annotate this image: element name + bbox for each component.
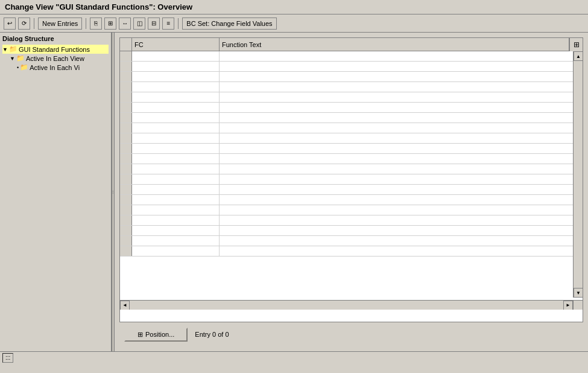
- sidebar-title: Dialog Structure: [2, 35, 109, 42]
- cell-fc[interactable]: [132, 154, 220, 164]
- cell-func-text[interactable]: [220, 154, 583, 164]
- cell-fc[interactable]: [132, 123, 220, 133]
- cell-fc[interactable]: [132, 72, 220, 81]
- scroll-down-btn[interactable]: ▼: [574, 288, 583, 298]
- table-row[interactable]: [120, 72, 583, 82]
- table-row[interactable]: [120, 215, 583, 226]
- position-icon: ⊞: [138, 331, 143, 339]
- bottom-bar: ⊞ Position... Entry 0 of 0: [119, 322, 583, 346]
- folder-icon-child1: 📁: [16, 54, 25, 62]
- tree-label-child2: Active In Each Vi: [30, 64, 80, 71]
- cell-rownum: [120, 174, 132, 184]
- table-row[interactable]: [120, 123, 583, 133]
- cell-func-text[interactable]: [220, 236, 583, 246]
- main-content: Dialog Structure ▼ 📁 GUI Standard Functi…: [0, 33, 588, 351]
- cell-rownum: [120, 62, 132, 71]
- table-row[interactable]: [120, 51, 583, 62]
- cell-fc[interactable]: [132, 226, 220, 235]
- cell-fc[interactable]: [132, 113, 220, 123]
- table-row[interactable]: [120, 144, 583, 154]
- cell-fc[interactable]: [132, 133, 220, 143]
- table-row[interactable]: [120, 195, 583, 205]
- new-entries-btn[interactable]: New Entries: [38, 18, 82, 30]
- table-row[interactable]: [120, 113, 583, 123]
- table-row[interactable]: [120, 164, 583, 174]
- cell-fc[interactable]: [132, 236, 220, 246]
- nav-btn[interactable]: ↔: [119, 18, 131, 30]
- table-row[interactable]: [120, 154, 583, 164]
- cell-fc[interactable]: [132, 174, 220, 184]
- cell-fc[interactable]: [132, 103, 220, 112]
- cell-func-text[interactable]: [220, 123, 583, 133]
- cell-fc[interactable]: [132, 62, 220, 71]
- table-settings-btn[interactable]: ⊞: [569, 38, 583, 51]
- cell-func-text[interactable]: [220, 246, 583, 256]
- title-text: Change View "GUI Standard Functions": Ov…: [5, 2, 192, 11]
- tree-item-root[interactable]: ▼ 📁 GUI Standard Functions: [2, 45, 109, 54]
- table-row[interactable]: [120, 185, 583, 195]
- cell-rownum: [120, 236, 132, 246]
- v-scrollbar: ▲ ▼: [573, 51, 583, 298]
- cell-func-text[interactable]: [220, 72, 583, 81]
- table-row[interactable]: [120, 103, 583, 113]
- position-btn[interactable]: ⊞ Position...: [124, 328, 188, 342]
- cell-func-text[interactable]: [220, 144, 583, 153]
- tree-item-child2[interactable]: • 📁 Active In Each Vi: [2, 63, 109, 72]
- back-btn[interactable]: ↩: [4, 18, 16, 30]
- table-row[interactable]: [120, 82, 583, 92]
- cell-func-text[interactable]: [220, 133, 583, 143]
- table-row[interactable]: [120, 174, 583, 185]
- table-row[interactable]: [120, 246, 583, 257]
- scroll-up-btn[interactable]: ▲: [574, 51, 583, 61]
- table-row[interactable]: [120, 205, 583, 215]
- cell-func-text[interactable]: [220, 62, 583, 71]
- cell-fc[interactable]: [132, 164, 220, 174]
- table-row[interactable]: [120, 226, 583, 236]
- cell-func-text[interactable]: [220, 164, 583, 174]
- cell-func-text[interactable]: [220, 226, 583, 235]
- cell-rownum: [120, 185, 132, 194]
- forward-btn[interactable]: ⟳: [18, 18, 30, 30]
- cell-fc[interactable]: [132, 92, 220, 102]
- cell-func-text[interactable]: [220, 82, 583, 92]
- table-container: FC Function Text ⊞ ▲ ▼ ◄: [119, 37, 583, 322]
- table-row[interactable]: [120, 92, 583, 103]
- title-bar: Change View "GUI Standard Functions": Ov…: [0, 0, 588, 14]
- cell-func-text[interactable]: [220, 195, 583, 205]
- tree-item-child1[interactable]: ▼ 📁 Active In Each View: [2, 54, 109, 63]
- print-btn[interactable]: ◫: [133, 18, 145, 30]
- cell-fc[interactable]: [132, 82, 220, 92]
- table-row[interactable]: [120, 62, 583, 72]
- separator-2: [86, 18, 86, 29]
- cell-fc[interactable]: [132, 195, 220, 205]
- cell-func-text[interactable]: [220, 174, 583, 184]
- table-row[interactable]: [120, 133, 583, 144]
- cell-fc[interactable]: [132, 205, 220, 215]
- cell-fc[interactable]: [132, 215, 220, 225]
- scroll-left-btn[interactable]: ◄: [120, 301, 130, 310]
- tree-label-root: GUI Standard Functions: [19, 46, 90, 53]
- cell-func-text[interactable]: [220, 113, 583, 123]
- separator-1: [34, 18, 34, 29]
- extra-btn[interactable]: ≡: [162, 18, 174, 30]
- cell-fc[interactable]: [132, 185, 220, 194]
- copy-btn[interactable]: ⎘: [90, 18, 102, 30]
- cell-rownum: [120, 154, 132, 164]
- cell-func-text[interactable]: [220, 215, 583, 225]
- cell-func-text[interactable]: [220, 185, 583, 194]
- cell-func-text[interactable]: [220, 51, 583, 61]
- cell-rownum: [120, 82, 132, 92]
- table-row[interactable]: [120, 236, 583, 246]
- details-btn[interactable]: ⊞: [104, 18, 116, 30]
- scroll-corner: [573, 300, 583, 310]
- cell-fc[interactable]: [132, 144, 220, 153]
- cell-func-text[interactable]: [220, 205, 583, 215]
- cell-func-text[interactable]: [220, 92, 583, 102]
- cell-func-text[interactable]: [220, 103, 583, 112]
- table-btn[interactable]: ⊟: [148, 18, 160, 30]
- cell-fc[interactable]: [132, 246, 220, 256]
- col-header-rownum: [120, 38, 132, 51]
- scroll-right-btn[interactable]: ►: [563, 301, 573, 310]
- bc-set-btn[interactable]: BC Set: Change Field Values: [182, 18, 276, 30]
- cell-fc[interactable]: [132, 51, 220, 61]
